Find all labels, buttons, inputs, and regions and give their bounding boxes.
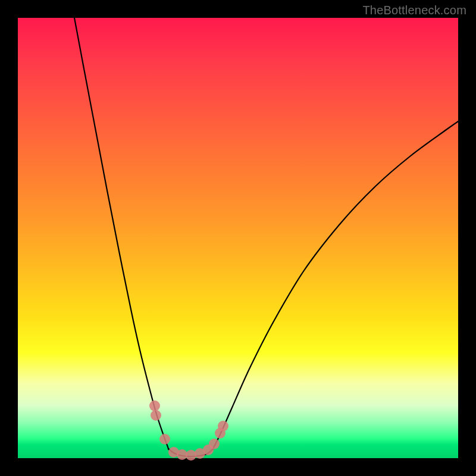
curve-path bbox=[74, 18, 458, 456]
chart-svg bbox=[18, 18, 458, 458]
marker-dot bbox=[209, 439, 220, 449]
chart-area bbox=[18, 18, 458, 458]
watermark-text: TheBottleneck.com bbox=[362, 4, 466, 17]
marker-dot bbox=[218, 421, 228, 431]
marker-dot bbox=[159, 434, 170, 444]
marker-dot bbox=[149, 400, 160, 411]
marker-dot bbox=[186, 450, 196, 461]
marker-dot bbox=[151, 410, 161, 421]
